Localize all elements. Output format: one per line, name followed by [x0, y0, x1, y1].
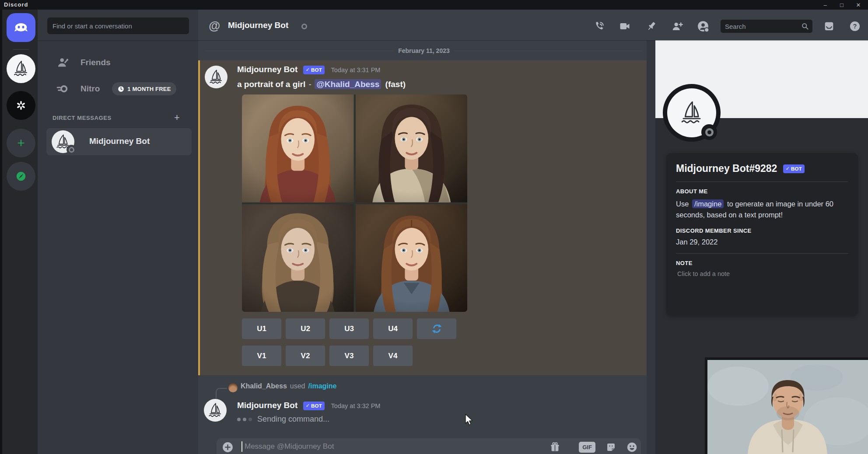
sticker-icon: [605, 441, 617, 453]
bot-badge: ✓ BOT: [303, 66, 325, 74]
gif-picker-button[interactable]: GIF: [579, 442, 595, 453]
chatgpt-server-button[interactable]: [7, 91, 35, 120]
header-search-box[interactable]: [721, 20, 812, 33]
generated-portrait-1[interactable]: [242, 94, 354, 203]
pinned-messages-button[interactable]: [645, 20, 658, 33]
nitro-offer-label: 1 MONTH FREE: [127, 86, 171, 92]
variation-4-button[interactable]: V4: [373, 346, 413, 366]
upscale-button-row: U1 U2 U3 U4: [242, 318, 456, 339]
author-name[interactable]: Midjourney Bot: [237, 401, 298, 410]
date-divider: February 11, 2023: [205, 47, 643, 54]
gif-label: GIF: [582, 444, 592, 451]
sailboat-icon: [206, 401, 225, 420]
generated-portrait-4[interactable]: [356, 204, 468, 312]
imagine-command-pill[interactable]: /imagine: [692, 199, 724, 208]
app-title: Discord: [4, 1, 28, 8]
midjourney-server-button[interactable]: [7, 54, 35, 83]
plus-circle-icon: [222, 441, 234, 453]
variation-3-button[interactable]: V3: [329, 346, 369, 366]
sidebar-item-friends[interactable]: Friends: [43, 52, 193, 73]
sailboat-icon: [206, 67, 226, 87]
bot-badge: ✓ BOT: [783, 164, 805, 173]
create-dm-button[interactable]: +: [174, 112, 180, 123]
minimize-button[interactable]: –: [819, 0, 831, 10]
friends-label: Friends: [80, 58, 111, 67]
profile-avatar[interactable]: [663, 84, 721, 142]
question-mark-icon: ?: [849, 20, 861, 32]
discord-home-button[interactable]: [7, 13, 35, 42]
conversation-search-input[interactable]: [47, 17, 189, 34]
generated-portrait-2[interactable]: [356, 94, 468, 203]
chat-title: Midjourney Bot: [228, 21, 288, 30]
message-avatar[interactable]: [204, 399, 227, 422]
dm-section-header[interactable]: DIRECT MESSAGES: [52, 115, 112, 121]
card-divider: [676, 253, 848, 254]
variation-1-button[interactable]: V1: [242, 346, 281, 366]
explore-servers-button[interactable]: [7, 162, 35, 191]
sticker-button[interactable]: [605, 441, 617, 453]
user-mention[interactable]: @Khalid_Abess: [315, 79, 381, 89]
message-avatar[interactable]: [205, 66, 228, 88]
facecam-overlay: [705, 357, 868, 454]
dm-item-midjourney-bot[interactable]: Midjourney Bot: [46, 128, 192, 155]
pending-status-text: Sending command...: [257, 415, 329, 424]
note-label: NOTE: [676, 260, 848, 266]
chat-status-indicator: [301, 24, 307, 29]
command-user-name[interactable]: Khalid_Abess: [241, 382, 287, 390]
emoji-button[interactable]: [626, 441, 638, 453]
message-input[interactable]: [245, 441, 490, 452]
text-caret: [242, 441, 242, 452]
add-server-button[interactable]: +: [7, 129, 35, 157]
slash-command-link[interactable]: /imagine: [308, 382, 337, 390]
start-video-call-button[interactable]: [618, 20, 631, 33]
command-context: Khalid_Abess used /imagine: [241, 382, 336, 390]
inbox-button[interactable]: [822, 20, 836, 33]
clock-icon: [117, 85, 125, 93]
user-profile-toggle-button[interactable]: [696, 20, 710, 33]
refresh-icon: [431, 323, 443, 335]
upscale-1-button[interactable]: U1: [242, 318, 281, 339]
check-icon: ✓: [786, 166, 790, 171]
video-camera-icon: [619, 20, 631, 32]
sidebar-item-nitro[interactable]: Nitro 1 MONTH FREE: [43, 79, 193, 99]
nitro-offer-badge: 1 MONTH FREE: [112, 82, 176, 95]
start-voice-call-button[interactable]: [593, 20, 606, 33]
compass-icon: [12, 168, 30, 185]
panel-gutter: [647, 40, 655, 454]
card-divider: [676, 182, 848, 182]
upscale-4-button[interactable]: U4: [373, 318, 413, 339]
note-input-placeholder[interactable]: Click to add a note: [677, 270, 848, 277]
message-midjourney-grid: Midjourney Bot ✓ BOT Today at 3:31 PM a …: [198, 60, 647, 375]
variation-2-button[interactable]: V2: [286, 346, 325, 366]
generated-image-grid[interactable]: [242, 94, 467, 312]
command-user-avatar[interactable]: [228, 383, 238, 392]
message-composer[interactable]: GIF: [217, 438, 641, 454]
timestamp: Today at 3:31 PM: [331, 66, 381, 73]
generated-portrait-3[interactable]: [242, 204, 354, 312]
sailboat-icon: [10, 58, 32, 79]
maximize-button[interactable]: □: [836, 0, 848, 10]
sidebar-divider: [38, 40, 198, 41]
message-header: Midjourney Bot ✓ BOT Today at 3:31 PM: [237, 65, 380, 74]
upload-button[interactable]: [222, 441, 234, 453]
pin-icon: [645, 20, 658, 32]
message-scroll-area[interactable]: February 11, 2023 Midjourney Bot ✓ BOT T…: [198, 40, 655, 454]
upscale-3-button[interactable]: U3: [329, 318, 369, 339]
reroll-button[interactable]: [417, 318, 456, 339]
search-icon: [801, 22, 809, 31]
close-button[interactable]: ✕: [852, 0, 864, 10]
upscale-2-button[interactable]: U2: [286, 318, 325, 339]
about-me-text: Use /imagine to generate an image in und…: [676, 199, 849, 220]
timestamp: Today at 3:32 PM: [331, 402, 381, 409]
bot-badge: ✓ BOT: [303, 402, 325, 410]
rail-divider: [13, 49, 29, 50]
add-friends-to-dm-button[interactable]: [671, 20, 684, 33]
emoji-smile-icon: [626, 441, 638, 453]
help-button[interactable]: ?: [848, 20, 861, 33]
dm-item-label: Midjourney Bot: [89, 136, 150, 146]
webcam-video: [707, 360, 868, 454]
author-name[interactable]: Midjourney Bot: [237, 65, 298, 74]
header-search-input[interactable]: [725, 21, 795, 31]
gift-button[interactable]: [549, 441, 561, 453]
phone-call-icon: [593, 20, 606, 32]
